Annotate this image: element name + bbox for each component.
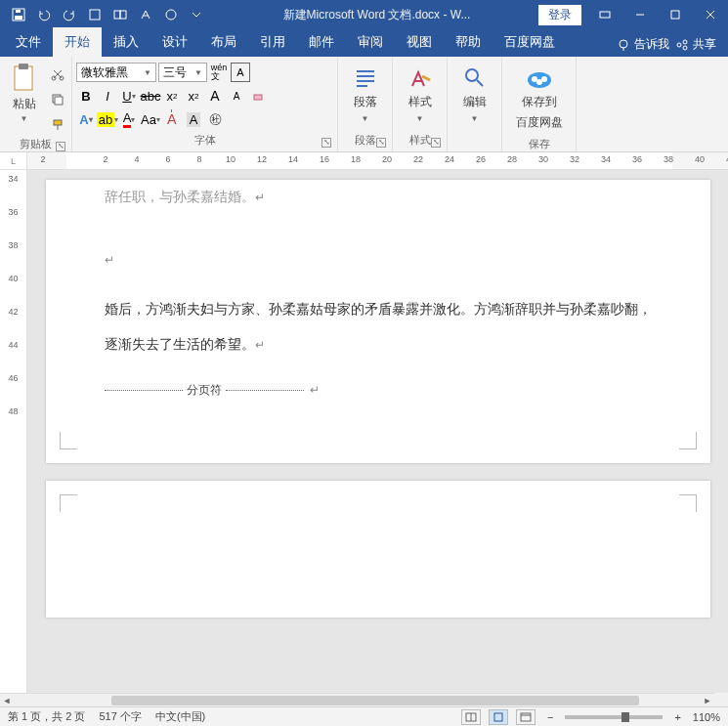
tab-design[interactable]: 设计 [150,27,199,57]
ruler-mark: 38 [653,154,684,164]
tab-references[interactable]: 引用 [248,27,297,57]
font-color-icon[interactable]: A▾ [119,109,139,129]
scroll-thumb[interactable] [111,696,639,705]
save-to-label-2: 百度网盘 [516,114,563,131]
zoom-slider[interactable] [565,715,663,719]
dialog-launcher-icon[interactable]: ⤡ [431,138,441,148]
zoom-in-button[interactable]: + [670,711,684,723]
tab-insert[interactable]: 插入 [102,27,150,57]
undo-icon[interactable] [33,4,55,25]
character-border-icon[interactable]: A [231,63,250,82]
horizontal-scrollbar[interactable]: ◄ ► [0,693,714,706]
zoom-out-button[interactable]: − [543,711,557,723]
page-2[interactable] [46,481,710,618]
svg-point-33 [532,76,537,82]
ruler-mark [59,154,90,164]
tab-baidu[interactable]: 百度网盘 [492,27,567,57]
qat-icon-2[interactable] [109,4,131,25]
redo-icon[interactable] [59,4,80,25]
print-layout-icon[interactable] [489,709,508,725]
italic-button[interactable]: I [98,86,117,106]
ruler-mark: 22 [403,154,434,164]
tab-help[interactable]: 帮助 [444,27,492,57]
paste-button[interactable]: 粘贴 ▼ [4,63,44,123]
dialog-launcher-icon[interactable]: ⤡ [376,138,386,148]
scroll-left-icon[interactable]: ◄ [0,694,14,707]
bold-button[interactable]: B [76,86,96,106]
editing-button[interactable]: 编辑 ▼ [451,63,497,127]
clipboard-label: 剪贴板⤡ [4,135,67,153]
doc-paragraph[interactable]: 婚后，方鸿渐夫妇与方家、孙柔嘉姑母家的矛盾暴露并激化。方鸿渐辞职并与孙柔嘉吵翻， [105,292,652,327]
enclose-chars-icon[interactable]: A̍ [162,109,182,129]
share-button[interactable]: 共享 [675,36,716,53]
maximize-icon[interactable] [658,1,693,28]
language[interactable]: 中文(中国) [155,709,205,724]
touch-mode-icon[interactable] [160,4,182,25]
document-scroll[interactable]: 辞任职，与孙柔嘉结婚。↵ ↵ 婚后，方鸿渐夫妇与方家、孙柔嘉姑母家的矛盾暴露并激… [27,170,728,706]
vertical-ruler[interactable]: 34 36 38 40 42 44 46 48 [0,170,27,706]
text-effects-icon[interactable]: A▾ [76,109,96,129]
copy-icon[interactable] [48,90,67,109]
close-icon[interactable] [693,1,728,28]
qat-customize-icon[interactable] [186,4,207,25]
doc-paragraph[interactable]: 逐渐失去了生活的希望。 [105,337,255,352]
svg-point-34 [541,76,547,82]
tab-review[interactable]: 审阅 [346,27,395,57]
zoom-level[interactable]: 110% [693,711,720,723]
shrink-font-icon[interactable]: A [227,86,246,106]
tab-file[interactable]: 文件 [4,27,53,57]
strikethrough-button[interactable]: abc [141,86,160,106]
tab-mailings[interactable]: 邮件 [297,27,346,57]
char-shading-icon[interactable]: A [184,109,203,129]
svg-line-31 [477,80,483,86]
highlight-icon[interactable]: ab▾ [98,109,117,129]
web-layout-icon[interactable] [516,709,535,725]
ruler-mark: 40 [684,154,715,164]
zoom-thumb[interactable] [621,712,629,722]
underline-button[interactable]: U▾ [119,86,139,106]
ruler-mark: 36 [621,154,653,164]
save-to-baidu-button[interactable]: 保存到 百度网盘 [508,63,571,135]
format-painter-icon[interactable] [48,115,67,135]
tell-me-button[interactable]: 告诉我 [617,36,669,53]
page-count[interactable]: 第 1 页，共 2 页 [8,709,85,724]
word-count[interactable]: 517 个字 [99,709,141,724]
tab-view[interactable]: 视图 [395,27,444,57]
tab-layout[interactable]: 布局 [199,27,248,57]
dialog-launcher-icon[interactable]: ⤡ [321,138,331,148]
paragraph-button[interactable]: 段落 ▼ [342,63,388,127]
scroll-right-icon[interactable]: ► [701,694,714,707]
horizontal-ruler[interactable]: L 2 2 4 6 8 10 12 14 16 18 20 22 24 26 2… [0,152,728,170]
cut-icon[interactable] [48,64,67,84]
doc-line-cutoff[interactable]: 辞任职，与孙柔嘉结婚。 [105,190,255,204]
subscript-button[interactable]: x2 [162,86,182,106]
titlebar: 新建Microsoft Word 文档.docx - W... 登录 [0,0,728,29]
enclose-circle-icon[interactable]: ㊓ [205,109,225,129]
grow-font-icon[interactable]: A [205,86,225,106]
login-button[interactable]: 登录 [538,5,581,25]
qat-icon-1[interactable] [84,4,106,25]
share-icon [675,38,689,52]
ribbon-options-icon[interactable] [587,1,622,28]
clear-formatting-icon[interactable] [248,86,268,106]
scroll-track[interactable] [14,694,701,707]
ruler-mark: 32 [559,154,590,164]
font-name-select[interactable]: 微软雅黑▼ [76,63,156,82]
ruler-mark: 14 [278,154,309,164]
page-1[interactable]: 辞任职，与孙柔嘉结婚。↵ ↵ 婚后，方鸿渐夫妇与方家、孙柔嘉姑母家的矛盾暴露并激… [46,180,710,463]
tab-home[interactable]: 开始 [53,27,102,57]
minimize-icon[interactable] [622,1,658,28]
styles-button[interactable]: 样式 ▼ [397,63,443,127]
font-size-select[interactable]: 三号▼ [158,63,207,82]
vruler-mark: 40 [8,274,18,283]
qat-icon-3[interactable] [135,4,156,25]
ruler-mark: 4 [121,154,152,164]
superscript-button[interactable]: x2 [184,86,203,106]
phonetic-guide-icon[interactable]: wén文 [209,63,229,82]
dialog-launcher-icon[interactable]: ⤡ [56,142,65,151]
read-mode-icon[interactable] [461,709,481,725]
save-icon[interactable] [8,4,29,25]
pilcrow-icon: ↵ [310,375,320,406]
ruler-mark: 16 [309,154,340,164]
change-case-icon[interactable]: Aa▾ [141,109,160,129]
